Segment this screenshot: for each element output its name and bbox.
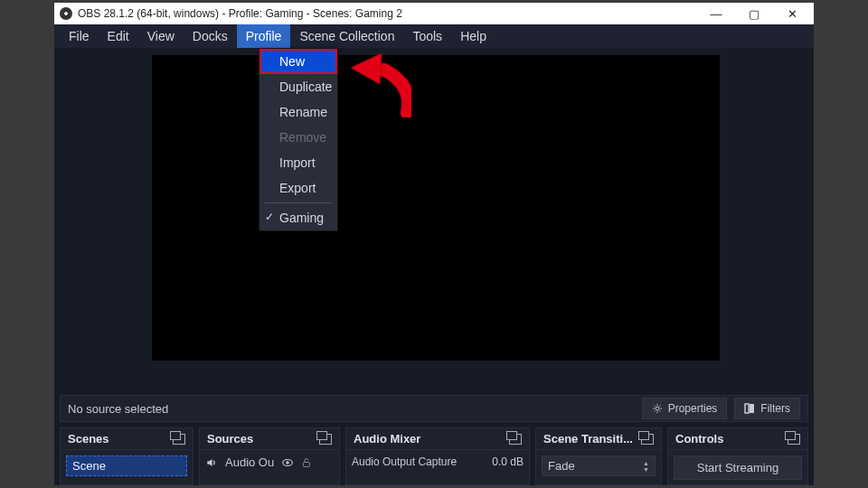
svg-point-1 [656, 407, 659, 410]
speaker-icon [205, 456, 218, 469]
menu-docks[interactable]: Docks [184, 24, 237, 48]
dock-mixer-title: Audio Mixer [354, 432, 420, 446]
mixer-db-value: 0.0 dB [492, 455, 524, 468]
status-bar: No source selected Properties Filters [60, 395, 808, 422]
menu-profile[interactable]: Profile [237, 24, 291, 48]
popout-icon[interactable] [319, 434, 332, 445]
menubar: File Edit View Docks Profile Scene Colle… [54, 24, 814, 48]
dock-controls-title: Controls [675, 432, 723, 446]
svg-point-5 [286, 461, 289, 465]
window-buttons: — ▢ ✕ [705, 7, 803, 21]
profile-menu-remove: Remove [259, 125, 337, 150]
dock-scenes-title: Scenes [68, 432, 109, 446]
dock-transitions: Scene Transiti... Fade ▲▼ [535, 427, 662, 485]
titlebar: OBS 28.1.2 (64-bit, windows) - Profile: … [54, 3, 814, 24]
scene-list-item[interactable]: Scene [66, 455, 187, 476]
dock-sources: Sources Audio Ou [199, 427, 340, 485]
profile-menu-new[interactable]: New [259, 49, 337, 74]
profile-menu-rename[interactable]: Rename [259, 99, 337, 125]
maximize-button[interactable]: ▢ [743, 7, 765, 21]
profile-menu-import[interactable]: Import [259, 150, 337, 175]
status-message: No source selected [68, 402, 168, 416]
dock-sources-title: Sources [207, 432, 253, 446]
app-window: OBS 28.1.2 (64-bit, windows) - Profile: … [54, 3, 814, 485]
menu-view[interactable]: View [138, 24, 184, 48]
preview-area [152, 55, 720, 361]
popout-icon[interactable] [641, 434, 654, 445]
source-list-item[interactable]: Audio Ou [205, 455, 334, 469]
profile-dropdown: New Duplicate Rename Remove Import Expor… [259, 48, 338, 231]
filters-icon [744, 403, 755, 414]
dock-audio-mixer: Audio Mixer Audio Output Capture 0.0 dB [345, 427, 530, 485]
dock-transitions-title: Scene Transiti... [543, 432, 633, 446]
app-icon [60, 7, 72, 20]
svg-rect-3 [750, 404, 754, 413]
window-title: OBS 28.1.2 (64-bit, windows) - Profile: … [78, 7, 705, 20]
profile-menu-export[interactable]: Export [259, 175, 337, 201]
popout-icon[interactable] [509, 434, 522, 445]
popout-icon[interactable] [788, 434, 800, 445]
filters-button[interactable]: Filters [734, 398, 800, 419]
menu-edit[interactable]: Edit [99, 24, 138, 48]
profile-menu-gaming[interactable]: Gaming [259, 205, 337, 230]
menu-scene-collection[interactable]: Scene Collection [290, 24, 403, 48]
docks-row: Scenes Scene Sources Audio Ou [60, 427, 808, 485]
start-streaming-button[interactable]: Start Streaming [674, 455, 802, 480]
transition-select[interactable]: Fade ▲▼ [542, 455, 656, 476]
dock-controls: Controls Start Streaming [667, 427, 808, 485]
lock-icon[interactable] [301, 456, 312, 469]
profile-menu-separator [265, 202, 332, 203]
dock-scenes: Scenes Scene [60, 427, 193, 485]
menu-file[interactable]: File [60, 24, 99, 48]
mixer-channel-row: Audio Output Capture 0.0 dB [352, 455, 524, 468]
close-button[interactable]: ✕ [781, 7, 803, 21]
chevron-updown-icon: ▲▼ [643, 460, 649, 473]
svg-rect-2 [745, 404, 749, 413]
properties-button[interactable]: Properties [642, 398, 728, 419]
popout-icon[interactable] [173, 434, 185, 445]
menu-tools[interactable]: Tools [403, 24, 451, 48]
eye-icon[interactable] [281, 456, 294, 469]
menu-help[interactable]: Help [451, 24, 495, 48]
profile-menu-duplicate[interactable]: Duplicate [259, 74, 337, 99]
minimize-button[interactable]: — [705, 7, 727, 21]
gear-icon [652, 403, 663, 414]
svg-rect-6 [304, 462, 310, 466]
